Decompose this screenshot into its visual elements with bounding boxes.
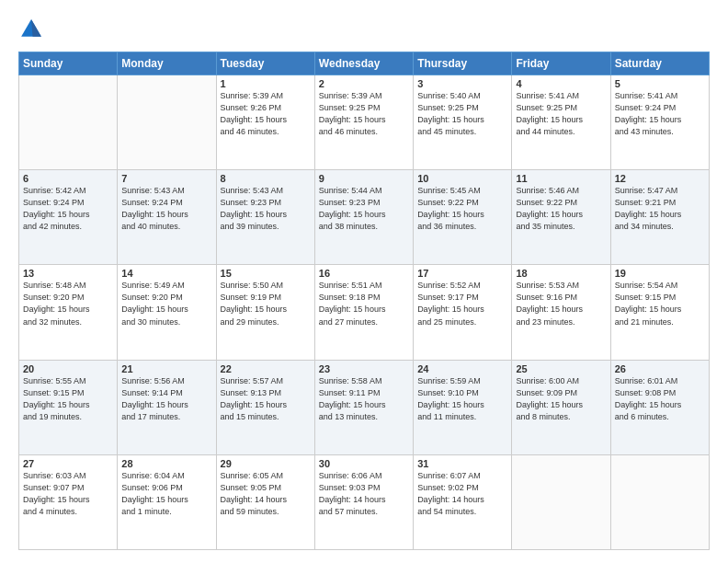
day-info: Sunrise: 5:55 AM Sunset: 9:15 PM Dayligh… [23,375,113,423]
calendar-cell: 23Sunrise: 5:58 AM Sunset: 9:11 PM Dayli… [314,360,413,454]
day-info: Sunrise: 5:43 AM Sunset: 9:23 PM Dayligh… [221,185,311,233]
svg-marker-1 [31,19,41,37]
calendar-cell: 24Sunrise: 5:59 AM Sunset: 9:10 PM Dayli… [414,360,512,454]
day-number: 7 [121,173,211,184]
day-info: Sunrise: 5:56 AM Sunset: 9:14 PM Dayligh… [121,375,211,423]
day-number: 2 [319,78,409,89]
calendar-cell: 11Sunrise: 5:46 AM Sunset: 9:22 PM Dayli… [512,170,610,265]
day-info: Sunrise: 5:58 AM Sunset: 9:11 PM Dayligh… [319,375,409,423]
day-number: 9 [319,173,409,184]
day-number: 4 [516,78,606,89]
calendar-cell: 25Sunrise: 6:00 AM Sunset: 9:09 PM Dayli… [512,360,610,454]
calendar-cell: 21Sunrise: 5:56 AM Sunset: 9:14 PM Dayli… [118,360,216,454]
calendar-cell: 10Sunrise: 5:45 AM Sunset: 9:22 PM Dayli… [414,170,512,265]
calendar-cell [512,454,610,549]
day-info: Sunrise: 5:39 AM Sunset: 9:26 PM Dayligh… [221,90,311,138]
day-number: 16 [319,268,409,279]
day-info: Sunrise: 5:43 AM Sunset: 9:24 PM Dayligh… [121,185,211,233]
day-number: 25 [516,363,606,374]
day-number: 20 [23,363,113,374]
day-info: Sunrise: 6:03 AM Sunset: 9:07 PM Dayligh… [23,470,113,518]
day-info: Sunrise: 5:42 AM Sunset: 9:24 PM Dayligh… [23,185,113,233]
calendar-week-row: 13Sunrise: 5:48 AM Sunset: 9:20 PM Dayli… [19,265,710,360]
day-number: 26 [615,363,705,374]
calendar-cell [19,75,118,170]
day-number: 31 [417,458,507,469]
day-number: 14 [121,268,211,279]
calendar-day-header: Saturday [610,52,709,75]
day-number: 18 [516,268,606,279]
calendar-week-row: 1Sunrise: 5:39 AM Sunset: 9:26 PM Daylig… [19,75,710,170]
day-info: Sunrise: 5:50 AM Sunset: 9:19 PM Dayligh… [221,280,311,327]
day-info: Sunrise: 5:53 AM Sunset: 9:16 PM Dayligh… [516,280,606,327]
calendar-cell: 4Sunrise: 5:41 AM Sunset: 9:25 PM Daylig… [512,75,610,170]
day-number: 29 [221,458,311,469]
day-number: 3 [417,78,507,89]
header [18,17,710,42]
day-number: 28 [121,458,211,469]
day-info: Sunrise: 5:41 AM Sunset: 9:25 PM Dayligh… [516,90,606,138]
day-info: Sunrise: 5:59 AM Sunset: 9:10 PM Dayligh… [417,375,507,423]
day-info: Sunrise: 5:48 AM Sunset: 9:20 PM Dayligh… [23,280,113,327]
calendar-cell: 20Sunrise: 5:55 AM Sunset: 9:15 PM Dayli… [19,360,118,454]
day-number: 27 [23,458,113,469]
calendar-day-header: Wednesday [314,52,413,75]
calendar-cell: 13Sunrise: 5:48 AM Sunset: 9:20 PM Dayli… [19,265,118,360]
day-info: Sunrise: 5:57 AM Sunset: 9:13 PM Dayligh… [221,375,311,423]
calendar-cell: 18Sunrise: 5:53 AM Sunset: 9:16 PM Dayli… [512,265,610,360]
calendar-cell: 28Sunrise: 6:04 AM Sunset: 9:06 PM Dayli… [118,454,216,549]
calendar-cell: 31Sunrise: 6:07 AM Sunset: 9:02 PM Dayli… [414,454,512,549]
day-number: 21 [121,363,211,374]
calendar-cell: 30Sunrise: 6:06 AM Sunset: 9:03 PM Dayli… [314,454,413,549]
day-number: 19 [615,268,705,279]
calendar-cell: 19Sunrise: 5:54 AM Sunset: 9:15 PM Dayli… [610,265,709,360]
logo [18,17,48,42]
calendar-week-row: 27Sunrise: 6:03 AM Sunset: 9:07 PM Dayli… [19,454,710,549]
calendar-cell: 15Sunrise: 5:50 AM Sunset: 9:19 PM Dayli… [216,265,314,360]
calendar-cell: 3Sunrise: 5:40 AM Sunset: 9:25 PM Daylig… [414,75,512,170]
calendar-cell: 16Sunrise: 5:51 AM Sunset: 9:18 PM Dayli… [314,265,413,360]
day-number: 22 [221,363,311,374]
day-info: Sunrise: 5:44 AM Sunset: 9:23 PM Dayligh… [319,185,409,233]
day-info: Sunrise: 5:39 AM Sunset: 9:25 PM Dayligh… [319,90,409,138]
day-number: 8 [221,173,311,184]
day-info: Sunrise: 5:54 AM Sunset: 9:15 PM Dayligh… [615,280,705,327]
calendar-week-row: 6Sunrise: 5:42 AM Sunset: 9:24 PM Daylig… [19,170,710,265]
calendar-cell: 1Sunrise: 5:39 AM Sunset: 9:26 PM Daylig… [216,75,314,170]
day-number: 10 [417,173,507,184]
calendar-header-row: SundayMondayTuesdayWednesdayThursdayFrid… [19,52,710,75]
day-number: 6 [23,173,113,184]
day-number: 12 [615,173,705,184]
calendar-cell: 9Sunrise: 5:44 AM Sunset: 9:23 PM Daylig… [314,170,413,265]
day-number: 11 [516,173,606,184]
day-number: 30 [319,458,409,469]
day-info: Sunrise: 5:49 AM Sunset: 9:20 PM Dayligh… [121,280,211,327]
calendar-week-row: 20Sunrise: 5:55 AM Sunset: 9:15 PM Dayli… [19,360,710,454]
calendar-cell: 6Sunrise: 5:42 AM Sunset: 9:24 PM Daylig… [19,170,118,265]
calendar-cell [118,75,216,170]
day-info: Sunrise: 5:51 AM Sunset: 9:18 PM Dayligh… [319,280,409,327]
calendar-cell: 17Sunrise: 5:52 AM Sunset: 9:17 PM Dayli… [414,265,512,360]
day-number: 13 [23,268,113,279]
calendar-day-header: Sunday [19,52,118,75]
day-info: Sunrise: 6:06 AM Sunset: 9:03 PM Dayligh… [319,470,409,518]
day-number: 24 [417,363,507,374]
day-info: Sunrise: 6:07 AM Sunset: 9:02 PM Dayligh… [417,470,507,518]
day-number: 17 [417,268,507,279]
calendar-cell: 2Sunrise: 5:39 AM Sunset: 9:25 PM Daylig… [314,75,413,170]
day-number: 1 [221,78,311,89]
calendar-day-header: Tuesday [216,52,314,75]
calendar-cell: 26Sunrise: 6:01 AM Sunset: 9:08 PM Dayli… [610,360,709,454]
day-info: Sunrise: 5:45 AM Sunset: 9:22 PM Dayligh… [417,185,507,233]
calendar-cell: 27Sunrise: 6:03 AM Sunset: 9:07 PM Dayli… [19,454,118,549]
day-info: Sunrise: 6:04 AM Sunset: 9:06 PM Dayligh… [121,470,211,518]
calendar-cell [610,454,709,549]
day-number: 5 [615,78,705,89]
calendar-cell: 14Sunrise: 5:49 AM Sunset: 9:20 PM Dayli… [118,265,216,360]
day-info: Sunrise: 5:47 AM Sunset: 9:21 PM Dayligh… [615,185,705,233]
day-number: 23 [319,363,409,374]
day-info: Sunrise: 5:46 AM Sunset: 9:22 PM Dayligh… [516,185,606,233]
calendar-cell: 22Sunrise: 5:57 AM Sunset: 9:13 PM Dayli… [216,360,314,454]
calendar-cell: 8Sunrise: 5:43 AM Sunset: 9:23 PM Daylig… [216,170,314,265]
calendar-cell: 12Sunrise: 5:47 AM Sunset: 9:21 PM Dayli… [610,170,709,265]
